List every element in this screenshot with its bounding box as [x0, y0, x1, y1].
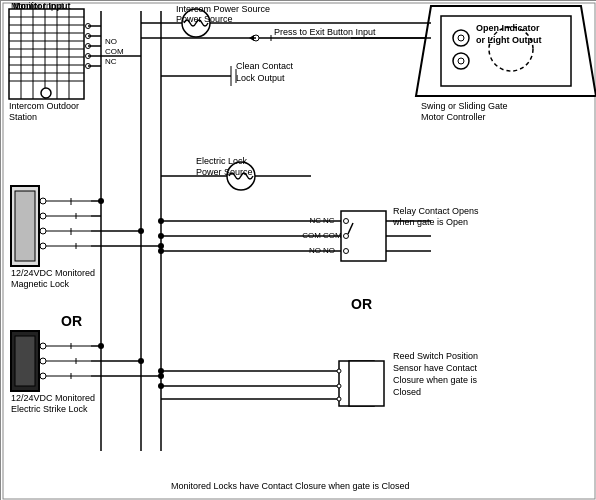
wiring-diagram: Monitor Input COM NO NC [0, 0, 596, 500]
relay-contact-label: Relay Contact Opens [393, 206, 479, 216]
svg-point-69 [138, 228, 144, 234]
svg-point-125 [458, 58, 464, 64]
reed-switch-label: Reed Switch Position [393, 351, 478, 361]
magnetic-lock-label2: Magnetic Lock [11, 279, 70, 289]
relay-com-label: COM [323, 231, 342, 240]
swing-gate-label2: Motor Controller [421, 112, 486, 122]
svg-text:COM: COM [105, 47, 124, 56]
or-label-2: OR [351, 296, 372, 312]
svg-text:NO: NO [105, 37, 117, 46]
svg-point-98 [344, 249, 349, 254]
svg-point-113 [337, 369, 341, 373]
intercom-outdoor-label2: Station [9, 112, 37, 122]
svg-point-119 [158, 368, 164, 374]
clean-contact-label: Clean Contact [236, 61, 294, 71]
magnetic-lock-label: 12/24VDC Monitored [11, 268, 95, 278]
intercom-power-label: Intercom Power Source [176, 4, 270, 14]
press-to-exit-label: Press to Exit Button Input [274, 27, 376, 37]
clean-contact-label2: Lock Output [236, 73, 285, 83]
svg-point-114 [337, 384, 341, 388]
svg-point-52 [40, 198, 46, 204]
or-label-1: OR [61, 313, 82, 329]
svg-point-17 [41, 88, 51, 98]
reed-switch-label2: Sensor have Contact [393, 363, 478, 373]
swing-gate-label: Swing or Sliding Gate [421, 101, 508, 111]
svg-point-74 [40, 358, 46, 364]
svg-point-86 [138, 358, 144, 364]
intercom-outdoor-label: Intercom Outdoor [9, 101, 79, 111]
svg-rect-51 [15, 191, 35, 261]
svg-point-102 [158, 218, 164, 224]
electric-lock-power-label2: Power Source [196, 167, 253, 177]
svg-rect-72 [15, 336, 35, 386]
reed-switch-label3: Closure when gate is [393, 375, 478, 385]
electric-strike-label: 12/24VDC Monitored [11, 393, 95, 403]
relay-contact-label2: when gate is Open [392, 217, 468, 227]
svg-point-123 [458, 35, 464, 41]
svg-point-53 [40, 213, 46, 219]
svg-point-85 [98, 343, 104, 349]
svg-rect-109 [349, 361, 384, 406]
monitor-input-label: Monitor Input [13, 1, 70, 11]
svg-point-55 [40, 243, 46, 249]
relay-nc-label: NC [323, 216, 335, 225]
relay-no-label: NO [323, 246, 335, 255]
open-indicator-label2: or Light Output [476, 35, 541, 45]
bottom-note-label: Monitored Locks have Contact Closure whe… [171, 481, 410, 491]
svg-point-115 [337, 397, 341, 401]
svg-text:NC: NC [105, 57, 117, 66]
electric-strike-label2: Electric Strike Lock [11, 404, 88, 414]
intercom-power-label2: Power Source [176, 14, 233, 24]
svg-point-54 [40, 228, 46, 234]
open-indicator-label: Open Indicator [476, 23, 540, 33]
svg-point-103 [158, 233, 164, 239]
reed-switch-label4: Closed [393, 387, 421, 397]
svg-point-120 [158, 383, 164, 389]
svg-rect-2 [9, 9, 84, 99]
svg-point-95 [344, 234, 349, 239]
svg-point-68 [98, 198, 104, 204]
svg-point-75 [40, 373, 46, 379]
electric-lock-power-label: Electric Lock [196, 156, 248, 166]
svg-point-96 [344, 219, 349, 224]
svg-point-73 [40, 343, 46, 349]
svg-point-104 [158, 248, 164, 254]
